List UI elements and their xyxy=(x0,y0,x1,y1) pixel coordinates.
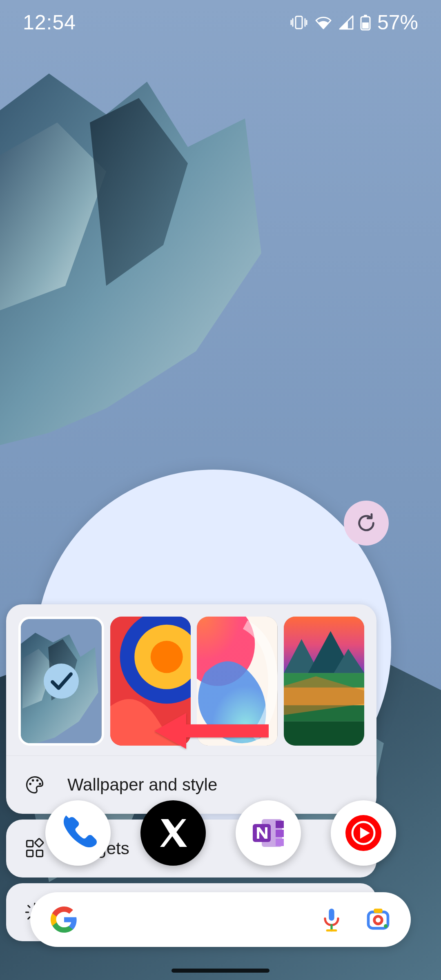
status-time: 12:54 xyxy=(23,11,76,34)
lens-icon[interactable] xyxy=(365,906,391,933)
search-pill[interactable] xyxy=(30,892,411,947)
app-x[interactable] xyxy=(140,800,206,866)
svg-rect-41 xyxy=(276,821,284,828)
wallpaper-thumb-ring[interactable] xyxy=(110,617,191,746)
svg-rect-36 xyxy=(296,16,302,29)
svg-rect-24 xyxy=(284,722,365,746)
svg-rect-39 xyxy=(362,22,369,29)
onenote-icon xyxy=(248,813,289,853)
svg-rect-38 xyxy=(364,15,367,17)
wallpaper-thumb-flow[interactable] xyxy=(197,617,278,746)
svg-rect-42 xyxy=(276,830,284,837)
vibrate-icon xyxy=(290,15,308,30)
svg-rect-43 xyxy=(276,839,284,846)
battery-percent: 57% xyxy=(377,11,418,34)
mic-icon[interactable] xyxy=(318,906,345,933)
svg-point-14 xyxy=(150,641,183,673)
refresh-wallpapers-button[interactable] xyxy=(344,501,389,546)
palette-icon xyxy=(24,774,45,795)
app-phone[interactable] xyxy=(45,800,111,866)
app-ytmusic[interactable] xyxy=(331,800,396,866)
svg-point-29 xyxy=(39,783,41,785)
google-logo-icon xyxy=(50,905,78,934)
svg-point-53 xyxy=(374,916,382,924)
ytmusic-icon xyxy=(343,813,384,853)
svg-rect-52 xyxy=(374,909,382,913)
wallpaper-style-label: Wallpaper and style xyxy=(67,775,217,795)
svg-point-27 xyxy=(32,779,34,782)
signal-icon xyxy=(339,15,354,30)
svg-point-26 xyxy=(29,783,31,785)
phone-icon xyxy=(58,813,98,853)
x-icon xyxy=(153,813,194,853)
wallpaper-thumb-landscape[interactable] xyxy=(284,617,365,746)
wallpaper-thumbnails xyxy=(6,604,376,755)
refresh-icon xyxy=(356,512,377,534)
status-bar: 12:54 57% xyxy=(0,0,441,45)
svg-point-28 xyxy=(36,779,39,782)
wallpaper-thumb-crystal[interactable] xyxy=(18,617,104,746)
gesture-nav-handle[interactable] xyxy=(172,969,270,973)
svg-point-54 xyxy=(384,924,388,928)
wallpaper-card: Wallpaper and style xyxy=(6,604,376,814)
battery-icon xyxy=(360,14,371,31)
selected-check-icon xyxy=(44,664,79,699)
favorites-dock xyxy=(0,800,441,866)
app-onenote[interactable] xyxy=(236,800,301,866)
svg-rect-48 xyxy=(329,909,334,920)
wifi-icon xyxy=(314,15,332,30)
